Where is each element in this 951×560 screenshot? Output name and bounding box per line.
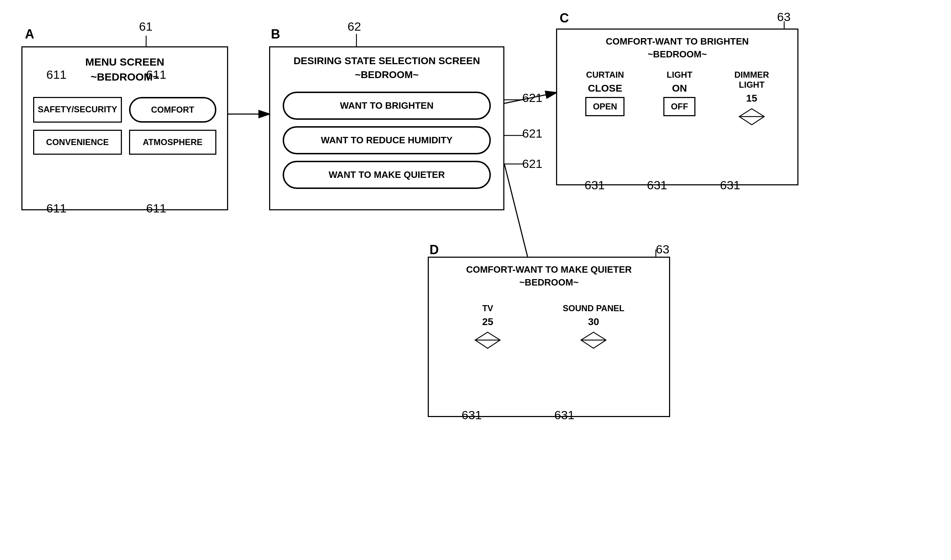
safety-security-button[interactable]: SAFETY/SECURITY	[33, 97, 122, 123]
ref-611-a-tl: 611	[46, 68, 67, 82]
dimmer-stepper-icon[interactable]	[737, 107, 766, 126]
ref-631-c3: 631	[720, 178, 740, 192]
convenience-button[interactable]: CONVENIENCE	[33, 130, 122, 155]
dimmer-header-line1: DIMMER	[734, 70, 769, 80]
ref-621-1: 621	[522, 91, 543, 105]
ref-611-a-bl: 611	[46, 202, 67, 215]
ref-611-a-tr: 611	[146, 68, 166, 82]
atmosphere-button[interactable]: ATMOSPHERE	[129, 130, 216, 155]
ref-63-d: 63	[656, 242, 669, 256]
panel-b-label: B	[271, 27, 280, 42]
panel-d-title: COMFORT-WANT TO MAKE QUIETER ~BEDROOM~	[429, 263, 669, 289]
panel-d-label: D	[429, 242, 439, 257]
sound-panel-stepper-icon[interactable]	[579, 331, 608, 350]
panel-d-title-line2: ~BEDROOM~	[429, 276, 669, 289]
panel-a-title-line1: MENU SCREEN	[23, 55, 227, 69]
curtain-open-button[interactable]: OPEN	[585, 97, 625, 116]
diagram-container: A 61 MENU SCREEN ~BEDROOM~ SAFETY/SECURI…	[0, 0, 951, 560]
panel-c-title-line2: ~BEDROOM~	[557, 48, 797, 61]
panel-c-title: COMFORT-WANT TO BRIGHTEN ~BEDROOM~	[557, 35, 797, 61]
comfort-button[interactable]: COMFORT	[129, 97, 216, 123]
light-control: LIGHT ON OFF	[663, 70, 696, 126]
curtain-value: CLOSE	[588, 83, 622, 94]
ref-631-d2: 631	[554, 408, 575, 422]
curtain-header: CURTAIN	[586, 70, 624, 80]
dimmer-header: DIMMER LIGHT	[734, 70, 769, 90]
curtain-control: CURTAIN CLOSE OPEN	[585, 70, 625, 126]
tv-value: 25	[482, 316, 493, 328]
panel-d: COMFORT-WANT TO MAKE QUIETER ~BEDROOM~ T…	[428, 257, 670, 417]
dimmer-header-line2: LIGHT	[734, 80, 769, 90]
want-to-make-quieter-button[interactable]: WANT TO MAKE QUIETER	[283, 161, 491, 189]
tv-header: TV	[482, 303, 493, 313]
panel-b-title-line2: ~BEDROOM~	[270, 68, 503, 82]
ref-621-2: 621	[522, 126, 543, 140]
ref-611-a-br: 611	[146, 202, 166, 215]
panel-a-label: A	[25, 27, 34, 42]
panel-d-controls: TV 25 SOUND PANEL 30	[429, 296, 669, 357]
panel-c-label: C	[560, 11, 569, 26]
light-off-button[interactable]: OFF	[663, 97, 696, 116]
dimmer-value: 15	[746, 93, 757, 104]
ref-63-c: 63	[777, 10, 791, 24]
light-value: ON	[672, 83, 687, 94]
panel-b: DESIRING STATE SELECTION SCREEN ~BEDROOM…	[269, 46, 505, 210]
sound-panel-header: SOUND PANEL	[563, 303, 625, 313]
light-header: LIGHT	[666, 70, 692, 80]
panel-b-title: DESIRING STATE SELECTION SCREEN ~BEDROOM…	[270, 54, 503, 82]
ref-631-c1: 631	[585, 178, 605, 192]
sound-panel-value: 30	[588, 316, 599, 328]
panel-b-title-line1: DESIRING STATE SELECTION SCREEN	[270, 54, 503, 68]
ref-631-c2: 631	[647, 178, 667, 192]
dimmer-control: DIMMER LIGHT 15	[734, 70, 769, 126]
panel-c-title-line1: COMFORT-WANT TO BRIGHTEN	[557, 35, 797, 48]
tv-control: TV 25	[473, 303, 502, 350]
panel-d-title-line1: COMFORT-WANT TO MAKE QUIETER	[429, 263, 669, 276]
tv-stepper-icon[interactable]	[473, 331, 502, 350]
ref-61: 61	[139, 20, 152, 34]
panel-c: COMFORT-WANT TO BRIGHTEN ~BEDROOM~ CURTA…	[556, 29, 799, 185]
want-to-reduce-humidity-button[interactable]: WANT TO REDUCE HUMIDITY	[283, 126, 491, 154]
ref-631-d1: 631	[462, 408, 482, 422]
want-to-brighten-button[interactable]: WANT TO BRIGHTEN	[283, 92, 491, 120]
ref-621-3: 621	[522, 157, 543, 171]
sound-panel-control: SOUND PANEL 30	[563, 303, 625, 350]
menu-buttons: SAFETY/SECURITY COMFORT CONVENIENCE ATMO…	[23, 88, 227, 164]
desire-buttons: WANT TO BRIGHTEN WANT TO REDUCE HUMIDITY…	[270, 85, 503, 196]
panel-c-controls: CURTAIN CLOSE OPEN LIGHT ON OFF DIMMER L…	[557, 65, 797, 132]
ref-62: 62	[348, 20, 361, 34]
